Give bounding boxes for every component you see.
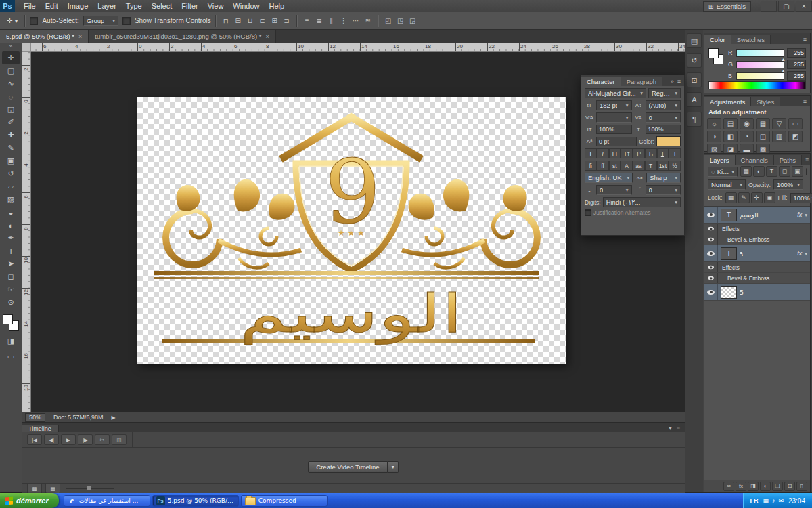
layer-effect-row[interactable]: Bevel & Emboss [704,234,810,245]
standard-ligatures-button[interactable]: fi [585,161,597,171]
layer-filter-toggle[interactable] [806,168,807,175]
font-family-select[interactable]: Al-Mujahed Gif... ▾ [585,88,646,98]
layer-visibility-toggle[interactable] [704,284,718,300]
layer-effect-row[interactable]: Bevel & Emboss [704,273,810,284]
channel-slider[interactable]: ▲ [736,72,784,80]
layer-row[interactable]: 5 [704,284,810,301]
foreground-color-swatch[interactable] [3,314,13,324]
color-spectrum-bar[interactable] [708,81,806,89]
gradient-tool[interactable]: ▧ [2,193,20,206]
tab-document-inactive[interactable]: tumblr_o50red39M31tjid03o1_1280.png @ 50… [89,30,276,43]
path-selection-tool[interactable]: ➤ [2,257,20,270]
menu-filter[interactable]: Filter [177,0,202,12]
filter-type-layers-icon[interactable]: T [766,166,777,177]
language-select[interactable]: English: UK ▾ [585,173,633,183]
logo-artwork[interactable]: 9 ★ ★ ★ الوسيم [137,97,566,364]
menu-type[interactable]: Type [121,0,147,12]
new-group-icon[interactable]: ❏ [772,482,783,491]
tab-paths[interactable]: Paths [774,155,802,165]
close-tab-icon[interactable]: × [266,33,269,40]
layer-row[interactable]: Tالوسيمfx▾ [704,207,810,224]
horizontal-scale-field[interactable]: 100% [646,125,681,134]
photo-filter-icon[interactable]: ◔ [740,131,754,142]
tray-message-icon[interactable]: ✉ [778,497,784,504]
hand-tool[interactable]: ☞ [2,283,20,296]
anti-alias-select[interactable]: Sharp ▾ [646,173,681,183]
layer-name[interactable]: ٩ [740,250,743,257]
swash-button[interactable]: A [621,161,633,171]
effect-visibility-toggle[interactable] [704,273,718,283]
screen-mode-button[interactable]: ▭ [2,350,20,363]
layer-row[interactable]: T٩fx▾ [704,245,810,262]
history-panel-icon[interactable]: ↺ [687,53,702,68]
layer-effect-row[interactable]: Effects [704,262,810,273]
channel-value[interactable]: 255 [787,48,806,58]
diacritic-select[interactable]: 0 ▾ [646,185,681,195]
justification-alternates-checkbox[interactable] [585,209,591,216]
shape-tool[interactable]: ◻ [2,270,20,283]
channel-slider[interactable]: ▲ [736,61,784,68]
distribute-right-edges-icon[interactable]: ≋ [363,16,374,26]
link-layers-icon[interactable]: ∞ [723,482,734,491]
channel-mixer-icon[interactable]: ◫ [756,131,770,142]
add-layer-mask-icon[interactable]: ◨ [748,482,759,491]
tab-timeline[interactable]: Timeline [22,425,59,432]
effect-visibility-toggle[interactable] [704,262,718,272]
taskbar-task[interactable]: Compressed [241,495,328,507]
3d-rotate-icon[interactable]: ◰ [383,16,394,26]
all-caps-button[interactable]: TT [609,148,621,158]
lock-pixels-icon[interactable]: ✎ [738,192,750,203]
align-right-edges-icon[interactable]: ⊐ [281,16,292,26]
layer-visibility-toggle[interactable] [704,207,718,223]
layer-thumbnail[interactable] [721,286,737,299]
filter-smart-objects-icon[interactable]: ▣ [792,166,803,177]
menu-layer[interactable]: Layer [93,0,121,12]
foreground-color-swatch[interactable] [708,48,719,58]
workspace-switcher[interactable]: ⊞ Essentials [703,1,751,12]
filter-shape-layers-icon[interactable]: ◻ [779,166,790,177]
exposure-icon[interactable]: ▦ [756,118,770,129]
3d-drag-icon[interactable]: ◲ [407,16,418,26]
horizontal-ruler[interactable]: 6420246810121416182022242628303234 [30,43,685,52]
auto-select-mode-select[interactable]: Group ▾ [83,16,118,26]
ordinals-button[interactable]: 1st [657,161,669,171]
fill-field[interactable]: 100% ▾ [790,193,812,203]
layer-name[interactable]: الوسيم [740,211,759,219]
brush-tool[interactable]: ✎ [2,142,20,154]
vibrance-icon[interactable]: ▽ [772,118,786,129]
distribute-bottom-edges-icon[interactable]: ∥ [326,16,337,26]
black-white-icon[interactable]: ◧ [723,131,738,142]
convert-to-frame-animation-icon[interactable]: ▩ [27,483,42,494]
slider-knob[interactable] [87,486,91,490]
tab-channels[interactable]: Channels [736,155,774,165]
titling-alternates-button[interactable]: T [645,161,657,171]
align-bottom-edges-icon[interactable]: ⊔ [245,16,256,26]
collapse-icon[interactable]: » [671,78,674,85]
strikethrough-button[interactable]: T [669,148,681,158]
character-panel-icon[interactable]: A [687,92,702,107]
fx-collapse-icon[interactable]: ▾ [805,212,810,218]
go-to-first-frame-button[interactable]: |◀ [27,434,42,445]
render-video-icon[interactable]: ▦ [45,483,60,494]
fractions-button[interactable]: ½ [669,161,681,171]
distribute-vertical-centers-icon[interactable]: ≣ [314,16,325,26]
faux-italic-button[interactable]: T [597,148,609,158]
layer-style-icon[interactable]: fx [736,482,746,491]
paragraph-panel-icon[interactable]: ¶ [687,112,702,127]
digits-select[interactable]: Hindi (٠١٢... ▾ [603,197,681,207]
crop-tool[interactable]: ◱ [2,103,20,116]
properties-panel-icon[interactable]: ⊡ [687,72,702,87]
timeline-zoom-slider[interactable] [66,488,114,489]
layer-fx-badge[interactable]: fx [797,211,802,218]
kashida-select[interactable]: 0 ▾ [596,185,632,195]
menu-file[interactable]: File [19,0,41,12]
contextual-alternates-button[interactable]: ff [597,161,609,171]
tracking-select[interactable]: 0 ▾ [646,112,681,123]
distribute-top-edges-icon[interactable]: ≡ [302,16,313,26]
panel-menu-icon[interactable]: ≡ [677,78,681,85]
color-lookup-icon[interactable]: ▥ [772,131,786,142]
quick-selection-tool[interactable]: ◌ [2,90,20,103]
vertical-ruler[interactable]: 2024681012141618 [22,51,31,412]
lock-all-icon[interactable]: ▣ [764,192,775,203]
layer-visibility-toggle[interactable] [704,245,718,261]
